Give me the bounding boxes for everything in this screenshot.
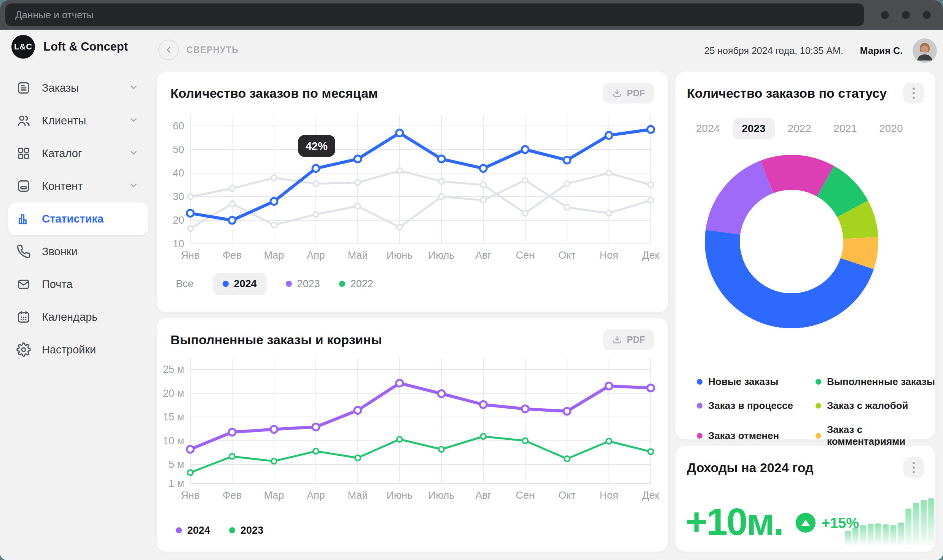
catalog-icon bbox=[16, 146, 31, 161]
legend-dot bbox=[697, 433, 702, 439]
user-area: 25 ноября 2024 года, 10:35 AM. Мария С. bbox=[704, 38, 937, 63]
legend-item-new-orders[interactable]: Новые заказы bbox=[697, 376, 816, 388]
chevron-down-icon bbox=[128, 147, 139, 160]
download-pdf-button[interactable]: PDF bbox=[603, 83, 654, 103]
sidebar-item-label: Настройки bbox=[42, 344, 139, 356]
sidebar-menu: Заказы Клиенты Каталог bbox=[0, 72, 157, 366]
kebab-menu-button[interactable] bbox=[903, 83, 924, 103]
download-icon bbox=[612, 335, 622, 345]
completed-chart-legend: 2024 2023 bbox=[176, 517, 263, 544]
pdf-label: PDF bbox=[627, 88, 645, 99]
legend-item-cancelled[interactable]: Заказ отменен bbox=[697, 424, 816, 447]
revenue-amount: +10м. bbox=[685, 500, 783, 544]
sidebar-item-calendar[interactable]: Календарь bbox=[8, 301, 148, 333]
legend-dot bbox=[286, 281, 292, 287]
desktop-background: L&C Loft & Concept Заказы bbox=[0, 0, 943, 560]
legend-item-2023[interactable]: 2023 bbox=[229, 525, 263, 536]
chevron-down-icon bbox=[128, 114, 139, 127]
svg-text:Фев: Фев bbox=[223, 490, 242, 501]
sidebar-item-label: Каталог bbox=[42, 147, 128, 160]
search-input[interactable] bbox=[5, 3, 864, 26]
chevron-left-icon[interactable] bbox=[158, 40, 179, 60]
sidebar-item-label: Клиенты bbox=[42, 115, 128, 127]
legend-label: Заказ с жалобой bbox=[827, 400, 908, 412]
svg-text:50: 50 bbox=[173, 144, 184, 155]
sidebar-item-content[interactable]: Контент bbox=[8, 170, 148, 202]
svg-text:Май: Май bbox=[348, 490, 368, 501]
collapse-label: СВЕРНУТЬ bbox=[186, 45, 239, 55]
svg-text:Фев: Фев bbox=[223, 250, 242, 261]
legend-item-2022[interactable]: 2022 bbox=[339, 278, 373, 290]
legend-item-with-complaint[interactable]: Заказ с жалобой bbox=[816, 400, 935, 412]
window-titlebar bbox=[0, 0, 943, 30]
revenue-sparkline bbox=[845, 498, 934, 545]
pdf-label: PDF bbox=[627, 334, 645, 345]
legend-item-completed-orders[interactable]: Выполненные заказы bbox=[816, 376, 935, 388]
svg-text:Авг: Авг bbox=[475, 490, 491, 501]
legend-label: 2022 bbox=[350, 278, 373, 290]
legend-label: 2024 bbox=[234, 278, 257, 290]
tab-2020[interactable]: 2020 bbox=[870, 118, 912, 139]
phone-icon bbox=[16, 244, 31, 259]
legend-label: Заказ отменен bbox=[708, 430, 779, 442]
svg-text:Июль: Июль bbox=[428, 490, 455, 501]
legend-label: Заказ с комментариями bbox=[827, 424, 935, 447]
svg-text:Июль: Июль bbox=[428, 250, 455, 261]
legend-dot bbox=[697, 379, 702, 385]
window-controls bbox=[881, 11, 931, 19]
legend-item-2024[interactable]: 2024 bbox=[176, 525, 210, 536]
window-control-dot[interactable] bbox=[923, 11, 931, 19]
legend-item-with-comments[interactable]: Заказ с комментариями bbox=[816, 424, 935, 447]
mail-icon bbox=[16, 277, 31, 292]
brand-logo-text: L&C bbox=[14, 42, 32, 52]
clients-icon bbox=[16, 113, 31, 128]
sidebar-item-catalog[interactable]: Каталог bbox=[8, 137, 148, 170]
svg-text:1 м: 1 м bbox=[169, 478, 184, 489]
window-control-dot[interactable] bbox=[902, 11, 910, 19]
legend-item-2023[interactable]: 2023 bbox=[286, 278, 320, 290]
svg-text:Сен: Сен bbox=[516, 250, 534, 261]
legend-item-in-progress[interactable]: Заказ в процессе bbox=[697, 400, 816, 412]
chevron-down-icon bbox=[128, 81, 139, 94]
svg-text:Мар: Мар bbox=[264, 490, 284, 501]
tab-2024[interactable]: 2024 bbox=[687, 118, 729, 139]
svg-text:20 м: 20 м bbox=[163, 388, 184, 399]
tab-2022[interactable]: 2022 bbox=[779, 118, 820, 139]
sidebar-item-label: Календарь bbox=[42, 311, 139, 323]
sidebar-item-orders[interactable]: Заказы bbox=[8, 72, 148, 104]
sidebar-item-clients[interactable]: Клиенты bbox=[8, 104, 148, 137]
collapse-sidebar-button[interactable]: СВЕРНУТЬ bbox=[158, 40, 239, 60]
sidebar-item-calls[interactable]: Звонки bbox=[8, 235, 148, 268]
orders-line-chart: 102030405060ЯнвФевМарАпрМайИюньИюльАвгСе… bbox=[164, 110, 659, 266]
main-content: СВЕРНУТЬ 25 ноября 2024 года, 10:35 AM. … bbox=[157, 30, 943, 560]
avatar[interactable] bbox=[913, 38, 937, 63]
download-icon bbox=[612, 88, 622, 99]
legend-label: 2023 bbox=[297, 278, 320, 290]
window-control-dot[interactable] bbox=[881, 11, 889, 19]
sidebar-item-settings[interactable]: Настройки bbox=[8, 333, 148, 366]
sidebar-item-mail[interactable]: Почта bbox=[8, 268, 148, 301]
content-icon bbox=[16, 178, 31, 194]
completed-line-chart: 1 м5 м10 м15 м20 м25 мЯнвФевМарАпрМайИюн… bbox=[164, 354, 659, 514]
card-title: Количество заказов по статусу bbox=[687, 86, 887, 101]
card-title: Доходы на 2024 год bbox=[687, 460, 814, 475]
sidebar-item-label: Заказы bbox=[42, 82, 128, 94]
sidebar-item-label: Звонки bbox=[42, 245, 139, 258]
svg-text:Янв: Янв bbox=[181, 250, 200, 261]
orders-chart-legend: Все 2024 2023 2022 bbox=[176, 270, 373, 298]
svg-text:15 м: 15 м bbox=[163, 411, 184, 423]
kebab-menu-button[interactable] bbox=[903, 457, 924, 478]
sidebar-item-statistics[interactable]: Статистика bbox=[8, 202, 148, 235]
sidebar-item-label: Статистика bbox=[42, 213, 139, 225]
legend-item-all[interactable]: Все bbox=[176, 278, 194, 290]
sidebar-item-label: Почта bbox=[42, 278, 139, 291]
download-pdf-button[interactable]: PDF bbox=[603, 329, 654, 350]
orders-by-status-card: Количество заказов по статусу 2024 2023 … bbox=[675, 72, 935, 439]
tab-2023[interactable]: 2023 bbox=[733, 118, 774, 139]
tab-2021[interactable]: 2021 bbox=[824, 118, 866, 139]
trend-up-badge bbox=[796, 513, 816, 533]
legend-item-2024[interactable]: 2024 bbox=[213, 273, 267, 295]
svg-text:25 м: 25 м bbox=[163, 364, 184, 375]
svg-text:Июнь: Июнь bbox=[387, 250, 413, 261]
chevron-down-icon bbox=[128, 180, 139, 192]
